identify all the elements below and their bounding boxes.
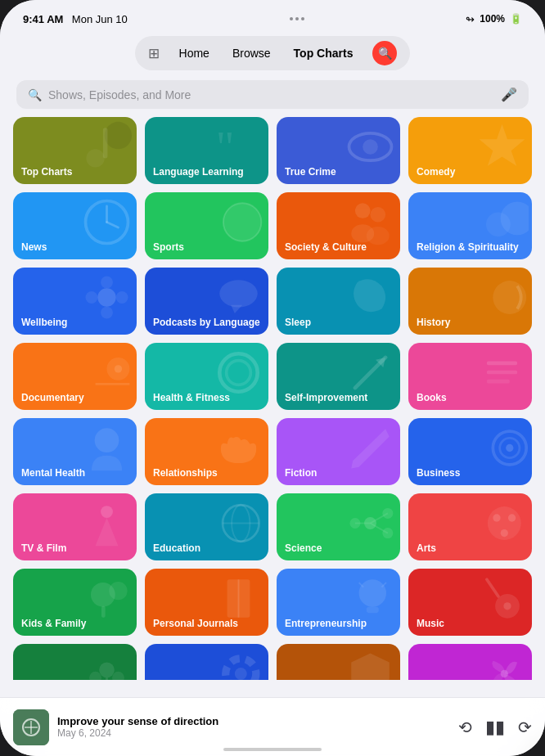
svg-rect-33	[487, 362, 517, 366]
player-date: May 6, 2024	[57, 727, 450, 739]
svg-point-20	[101, 307, 113, 319]
svg-point-72	[235, 668, 247, 680]
grid-item-documentary[interactable]: Documentary	[13, 343, 137, 410]
grid-item-technology[interactable]: Technology	[145, 644, 268, 680]
svg-point-22	[116, 291, 128, 304]
grid-item-leisure[interactable]: Leisure	[408, 644, 532, 680]
grid-item-sports[interactable]: Sports	[145, 192, 268, 259]
battery-icon: 100%	[480, 13, 505, 25]
svg-point-36	[95, 428, 119, 452]
category-label: Self-Improvement	[285, 392, 367, 403]
category-deco-molecule	[344, 497, 397, 550]
grid-item-comedy[interactable]: Comedy	[408, 117, 532, 184]
category-deco-ball	[212, 196, 265, 249]
svg-point-12	[355, 203, 371, 218]
svg-point-69	[112, 672, 124, 680]
svg-point-30	[227, 361, 251, 385]
grid-item-podcasts-by-language[interactable]: Podcasts by Language	[145, 268, 268, 335]
svg-point-53	[508, 514, 516, 521]
grid-item-sleep[interactable]: Sleep	[277, 268, 400, 335]
svg-point-66	[503, 602, 511, 610]
nav-browse[interactable]: Browse	[229, 45, 274, 61]
grid-item-books[interactable]: Books	[408, 343, 532, 410]
category-deco-shield	[344, 647, 397, 680]
grid-item-religion---spirituality[interactable]: Religion & Spirituality	[408, 192, 532, 259]
player-title: Improve your sense of direction	[57, 715, 450, 727]
category-label: Books	[417, 392, 447, 403]
category-label: TV & Film	[21, 542, 66, 554]
grid-item-history[interactable]: History	[408, 268, 532, 335]
play-pause-button[interactable]: ▮▮	[485, 717, 505, 738]
svg-marker-24	[231, 305, 242, 313]
category-deco-tree	[80, 572, 133, 625]
grid-item-kids---family[interactable]: Kids & Family	[13, 569, 137, 636]
category-label: Health & Fitness	[153, 392, 230, 403]
rewind-button[interactable]: ⟲	[458, 718, 472, 737]
nav-search-button[interactable]: 🔍	[372, 41, 397, 65]
grid-item-education[interactable]: Education	[145, 493, 268, 560]
category-deco-star	[475, 120, 529, 173]
grid-item-true-crime[interactable]: True Crime	[277, 117, 400, 184]
svg-point-60	[359, 579, 386, 606]
grid-item-music[interactable]: Music	[408, 569, 532, 636]
grid-item-self-improvement[interactable]: Self-Improvement	[277, 343, 400, 410]
svg-point-19	[101, 277, 113, 289]
svg-rect-57	[101, 606, 106, 618]
category-label: Science	[285, 542, 322, 554]
forward-button[interactable]: ⟳	[518, 718, 532, 737]
svg-point-67	[99, 663, 115, 678]
grid-item-relationships[interactable]: Relationships	[145, 418, 268, 485]
svg-point-1	[86, 149, 104, 167]
grid-item-health---fitness[interactable]: Health & Fitness	[145, 343, 268, 410]
grid-item-news[interactable]: News	[13, 192, 137, 259]
category-label: Arts	[417, 542, 436, 554]
grid-item-top-charts[interactable]: Top Charts	[13, 117, 137, 184]
category-label: Podcasts by Language	[153, 317, 260, 328]
category-deco-pinwheel	[475, 647, 529, 680]
svg-text:": "	[216, 121, 235, 172]
svg-point-56	[109, 582, 127, 600]
grid-item-science[interactable]: Science	[277, 493, 400, 560]
grid-item-arts[interactable]: Arts	[408, 493, 532, 560]
search-icon: 🔍	[378, 47, 392, 60]
category-label: Top Charts	[21, 166, 72, 178]
category-deco-scroll	[475, 271, 529, 324]
grid-item-language-learning[interactable]: " Language Learning	[145, 117, 268, 184]
grid-item-mental-health[interactable]: Mental Health	[13, 418, 137, 485]
category-label: Personal Journals	[153, 618, 238, 629]
search-bar[interactable]: 🔍 Shows, Episodes, and More 🎤	[16, 80, 529, 109]
category-label: News	[21, 241, 47, 253]
grid-item-fiction[interactable]: Fiction	[277, 418, 400, 485]
grid-item-wellbeing[interactable]: Wellbeing	[13, 268, 137, 335]
grid-item-parenting[interactable]: Parenting	[13, 644, 137, 680]
grid-item-entrepreneurship[interactable]: Entrepreneurship	[277, 569, 400, 636]
sidebar-toggle-icon[interactable]: ⊞	[148, 45, 160, 62]
category-label: Wellbeing	[21, 317, 67, 328]
grid-item-business[interactable]: Business	[408, 418, 532, 485]
category-deco-moon	[344, 271, 397, 324]
nav-top-charts[interactable]: Top Charts	[291, 45, 357, 61]
svg-point-18	[97, 288, 115, 306]
category-deco-flower	[80, 271, 133, 324]
nav-home[interactable]: Home	[176, 45, 213, 61]
category-label: Sleep	[285, 317, 311, 328]
battery-level: 🔋	[510, 13, 522, 25]
player-info: Improve your sense of direction May 6, 2…	[57, 715, 450, 739]
svg-point-13	[371, 207, 386, 223]
grid-item-government[interactable]: Government	[277, 644, 400, 680]
search-bar-icon: 🔍	[28, 88, 42, 101]
category-label: Education	[153, 542, 200, 554]
category-label: Language Learning	[153, 166, 244, 178]
category-deco-eye	[344, 120, 397, 173]
svg-rect-2	[103, 128, 108, 158]
svg-point-5	[363, 139, 378, 155]
category-deco-palette	[475, 497, 529, 550]
category-grid: Top Charts " Language Learning True Crim…	[0, 117, 545, 680]
svg-point-17	[486, 212, 511, 236]
grid-item-society---culture[interactable]: Society & Culture	[277, 192, 400, 259]
grid-item-personal-journals[interactable]: Personal Journals	[145, 569, 268, 636]
svg-point-39	[506, 444, 513, 452]
microphone-icon[interactable]: 🎤	[501, 87, 517, 102]
grid-item-tv---film[interactable]: TV & Film	[13, 493, 137, 560]
category-label: History	[417, 317, 450, 328]
